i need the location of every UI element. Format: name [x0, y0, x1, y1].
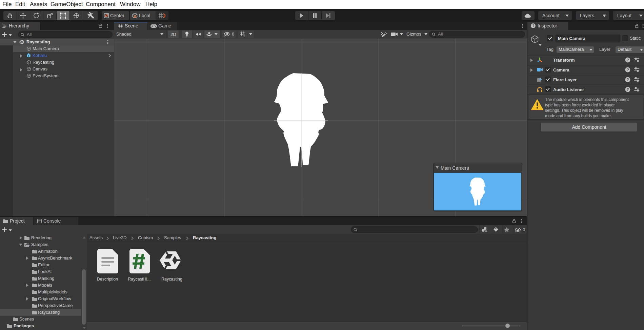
svg-text:?: ?	[627, 68, 629, 72]
svg-text:?: ?	[627, 87, 629, 91]
svg-text:?: ?	[627, 78, 629, 82]
svg-text:?: ?	[627, 58, 629, 62]
